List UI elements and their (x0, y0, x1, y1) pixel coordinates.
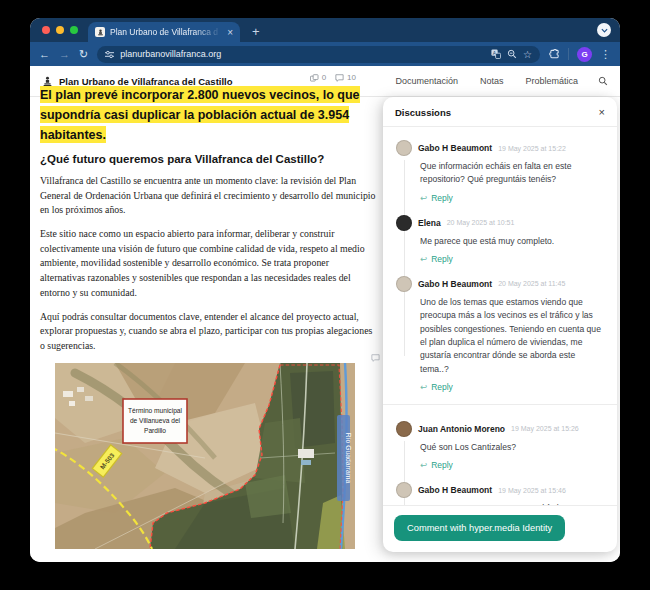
zoom-out-icon[interactable] (507, 49, 517, 59)
back-button[interactable]: ← (39, 49, 50, 60)
nav-notas[interactable]: Notas (480, 76, 504, 86)
comment-author[interactable]: Gabo H Beaumont (418, 279, 492, 289)
citations-count[interactable]: 0 (310, 73, 326, 82)
tab-title: Plan Urbano de Villafranca d (110, 27, 222, 37)
browser-toolbar: ← → ↻ planurbanovillafranca.org A ☆ G ⋮ (30, 42, 620, 66)
comment: Gabo H Beaumont 19 May 2025 at 15:46 Bue… (396, 482, 604, 505)
svg-text:Río Guadarrama: Río Guadarrama (345, 432, 352, 483)
article-meta: 0 10 (310, 73, 356, 82)
reply-icon: ↩ (420, 254, 427, 264)
reply-button[interactable]: ↩ Reply (420, 460, 604, 470)
favicon-icon (95, 27, 105, 37)
close-icon[interactable]: × (599, 107, 605, 118)
comment-author[interactable]: Gabo H Beaumont (418, 485, 492, 495)
discussions-title: Discussions (395, 107, 599, 118)
river-label: Río Guadarrama (337, 415, 352, 501)
thread: Gabo H Beaumont 19 May 2025 at 15:22 Que… (396, 140, 604, 392)
url-bar[interactable]: planurbanovillafranca.org A ☆ (97, 46, 540, 63)
comment-timestamp: 20 May 2025 at 10:51 (447, 219, 515, 226)
thread-divider (383, 404, 617, 405)
discussions-panel: Discussions × Gabo H Beaumont 19 May 202… (383, 97, 617, 552)
search-icon[interactable] (598, 76, 608, 86)
article-subheadline: ¿Qué futuro queremos para Villafranca de… (40, 153, 376, 165)
nav-documentacion[interactable]: Documentación (395, 76, 458, 86)
comment-timestamp: 19 May 2025 at 15:22 (498, 145, 566, 152)
thread: Juan Antonio Moreno 19 May 2025 at 15:26… (396, 421, 604, 505)
comment: Juan Antonio Moreno 19 May 2025 at 15:26… (396, 421, 604, 470)
reply-button[interactable]: ↩ Reply (420, 193, 604, 203)
tab-strip: Plan Urbano de Villafranca d × + (30, 18, 620, 42)
comment: Gabo H Beaumont 20 May 2025 at 11:45 Uno… (396, 276, 604, 392)
comment-body: Me parece que está muy completo. (420, 235, 604, 248)
browser-tab[interactable]: Plan Urbano de Villafranca d × (88, 22, 240, 42)
comments-count[interactable]: 10 (335, 73, 356, 82)
reply-icon: ↩ (420, 193, 427, 203)
article-paragraph-3: Aquí podrás consultar documentos clave, … (40, 310, 376, 354)
new-tab-button[interactable]: + (252, 22, 260, 42)
extensions-icon[interactable] (549, 49, 560, 60)
toolbar-right: G ⋮ (549, 47, 611, 62)
comment-button-row: Comment with hyper.media Identity (383, 505, 617, 552)
close-window-button[interactable] (42, 26, 50, 34)
reply-button[interactable]: ↩ Reply (420, 254, 604, 264)
comment-body: Buena pregunta! Yo tampoco sabía lo que … (420, 502, 604, 505)
svg-text:de Villanueva del: de Villanueva del (130, 417, 181, 424)
toolbar-divider (568, 48, 569, 60)
comment-author[interactable]: Juan Antonio Moreno (418, 424, 505, 434)
comment-timestamp: 20 May 2025 at 11:45 (498, 280, 565, 287)
article-paragraph-2: Este sitio nace como un espacio abierto … (40, 227, 376, 300)
avatar (396, 215, 412, 231)
menu-kebab-icon[interactable]: ⋮ (600, 48, 611, 61)
url-text[interactable]: planurbanovillafranca.org (120, 49, 485, 59)
svg-text:Término municipal: Término municipal (128, 407, 182, 415)
profile-chevron-button[interactable] (597, 23, 611, 37)
comment-timestamp: 19 May 2025 at 15:46 (498, 487, 566, 494)
reply-icon: ↩ (420, 460, 427, 470)
comment-author[interactable]: Gabo H Beaumont (418, 143, 492, 153)
article-paragraph-1: Villafranca del Castillo se encuentra an… (40, 174, 376, 218)
comment-body: Qué son Los Cantizales? (420, 441, 604, 454)
maximize-window-button[interactable] (70, 26, 78, 34)
window-controls (42, 26, 78, 34)
avatar (396, 482, 412, 498)
comment-with-identity-button[interactable]: Comment with hyper.media Identity (394, 515, 565, 541)
discussions-header: Discussions × (383, 97, 617, 127)
avatar (396, 140, 412, 156)
tab-close-icon[interactable]: × (227, 27, 233, 38)
forward-button[interactable]: → (59, 49, 70, 60)
article-headline: El plan prevé incorporar 2.800 nuevos ve… (40, 84, 376, 144)
svg-text:Pardillo: Pardillo (144, 427, 166, 434)
avatar (396, 276, 412, 292)
municipality-map-image: M-503 Término municipal de Villanueva de… (55, 363, 355, 549)
minimize-window-button[interactable] (56, 26, 64, 34)
article: 0 10 El plan prevé incorporar 2.800 nuev… (40, 70, 376, 549)
reload-button[interactable]: ↻ (79, 49, 88, 60)
comment: Elena 20 May 2025 at 10:51 Me parece que… (396, 215, 604, 264)
comment: Gabo H Beaumont 19 May 2025 at 15:22 Que… (396, 140, 604, 203)
comment-author[interactable]: Elena (418, 218, 441, 228)
translate-icon[interactable]: A (491, 49, 501, 59)
tune-icon[interactable] (105, 50, 114, 59)
comment-timestamp: 19 May 2025 at 15:26 (511, 425, 579, 432)
reply-icon: ↩ (420, 382, 427, 392)
discussions-threads[interactable]: Gabo H Beaumont 19 May 2025 at 15:22 Que… (383, 127, 617, 505)
thread-connector (404, 160, 405, 356)
browser-window: Plan Urbano de Villafranca d × + ← → ↻ p… (30, 18, 620, 562)
avatar (396, 421, 412, 437)
nav-problematica[interactable]: Problemática (525, 76, 578, 86)
comment-body: Uno de los temas que estamos viendo que … (420, 296, 604, 376)
comment-body: Que información echáis en falta en este … (420, 160, 604, 187)
margin-comment-icon[interactable] (371, 354, 380, 362)
reply-button[interactable]: ↩ Reply (420, 382, 604, 392)
bookmark-star-icon[interactable]: ☆ (523, 49, 532, 60)
profile-avatar[interactable]: G (577, 47, 592, 62)
municipality-label: Término municipal de Villanueva del Pard… (123, 399, 187, 443)
